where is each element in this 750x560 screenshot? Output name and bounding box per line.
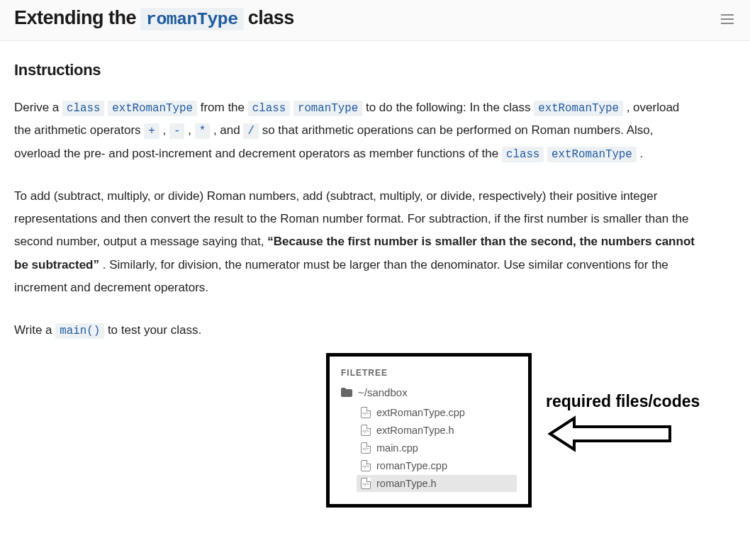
file-label: extRomanType.cpp	[376, 407, 465, 418]
file-item-extromantype-h[interactable]: extRomanType.h	[357, 422, 517, 439]
title-suffix: class	[248, 7, 294, 29]
folder-icon	[341, 388, 352, 397]
file-icon	[361, 478, 371, 489]
title-code: romanType	[140, 8, 244, 30]
annotation-label: required files/codes	[546, 392, 700, 411]
text: . Similarly, for division, the numerator…	[14, 258, 668, 294]
text: ,	[188, 123, 194, 137]
text: to test your class.	[108, 323, 201, 337]
file-item-main-cpp[interactable]: main.cpp	[357, 439, 517, 457]
instructions-para-3: Write a main() to test your class.	[14, 319, 326, 342]
text: , and	[213, 123, 244, 137]
text: .	[640, 147, 644, 160]
menu-icon[interactable]	[719, 11, 736, 28]
text: from the	[201, 101, 248, 114]
file-label: main.cpp	[376, 442, 418, 454]
code-op-slash: /	[243, 123, 258, 139]
file-label: romanType.cpp	[376, 460, 447, 471]
filetree-folder[interactable]: ~/sandbox	[341, 386, 517, 398]
filetree-title: FILETREE	[341, 368, 517, 378]
content-area: Instructions Derive a class extRomanType…	[0, 41, 750, 376]
code-main: main()	[55, 323, 104, 339]
text: Write a	[14, 323, 55, 337]
code-op-plus: +	[144, 123, 159, 139]
code-op-minus: -	[169, 123, 184, 139]
code-class: class	[502, 147, 544, 162]
file-label: extRomanType.h	[376, 425, 454, 436]
file-label: romanType.h	[376, 478, 437, 489]
instructions-heading: Instructions	[14, 61, 736, 79]
instructions-para-1: Derive a class extRomanType from the cla…	[14, 96, 695, 165]
file-icon	[361, 407, 371, 418]
code-extromantype: extRomanType	[108, 101, 197, 116]
code-op-star: *	[195, 123, 210, 139]
instructions-para-2: To add (subtract, multiply, or divide) R…	[14, 185, 695, 299]
folder-label: ~/sandbox	[358, 386, 408, 398]
annotation: required files/codes	[546, 392, 700, 457]
code-extromantype: extRomanType	[534, 101, 623, 116]
page-header: Extending the romanType class	[0, 0, 750, 41]
code-class: class	[248, 101, 290, 116]
filetree-panel: FILETREE ~/sandbox extRomanType.cpp extR…	[326, 353, 532, 508]
filetree-list: extRomanType.cpp extRomanType.h main.cpp…	[341, 404, 517, 492]
text: to do the following: In the class	[366, 101, 534, 114]
code-romantype: romanType	[293, 101, 362, 116]
file-item-extromantype-cpp[interactable]: extRomanType.cpp	[357, 404, 517, 421]
text: Derive a	[14, 101, 62, 114]
file-icon	[361, 460, 371, 471]
file-icon	[361, 425, 371, 436]
code-extromantype: extRomanType	[547, 147, 637, 162]
title-prefix: Extending the	[14, 7, 136, 29]
text: ,	[163, 123, 169, 137]
code-class: class	[62, 101, 104, 116]
arrow-icon	[546, 414, 673, 457]
file-item-romantype-h[interactable]: romanType.h	[357, 475, 517, 492]
file-item-romantype-cpp[interactable]: romanType.cpp	[357, 457, 517, 474]
page-title: Extending the romanType class	[14, 7, 294, 30]
file-icon	[361, 442, 371, 454]
